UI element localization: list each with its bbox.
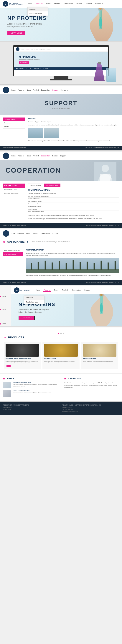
annotation-3: STEP3 xyxy=(0,323,6,324)
nav-about[interactable]: About us xyxy=(35,2,43,5)
dot-1[interactable] xyxy=(58,332,59,334)
coop-sidebar-intl[interactable]: International Trade xyxy=(3,188,25,191)
coop-footer-left: WEBSITE OF OTHER DEPARTMENTS xyxy=(3,225,26,226)
products-title: PRODUCTS xyxy=(8,336,24,339)
support-sidebar-technical[interactable]: Technical Support xyxy=(3,118,25,121)
anav-about[interactable]: About us xyxy=(43,289,51,292)
dot-2[interactable] xyxy=(60,332,62,334)
monitor-base xyxy=(50,79,72,80)
coop-list-item-7: Indian subcontinent markets xyxy=(28,210,119,213)
learn-more-button[interactable]: LEARN MORE xyxy=(8,31,25,35)
svg-point-34 xyxy=(100,303,103,313)
svg-rect-16 xyxy=(38,262,39,270)
coop-person-svg xyxy=(94,162,116,181)
stnav-home[interactable]: Home xyxy=(11,232,15,234)
support-sidebar-service[interactable]: Service xyxy=(3,125,25,128)
anav-support[interactable]: Support xyxy=(84,289,91,292)
divider-2 xyxy=(0,84,122,85)
stnav-product[interactable]: Product xyxy=(33,232,38,234)
nav-parasol[interactable]: Parasol xyxy=(76,2,83,5)
sustain-sidebar-env[interactable]: Environment protection xyxy=(3,249,23,252)
coop-tab-breadcrumb[interactable]: Breadcrumb Nav xyxy=(28,184,43,187)
support-sidebar-resource[interactable]: Resource xyxy=(3,121,25,125)
coop-sidebar: COOPERATION International Trade Domestic… xyxy=(3,184,25,220)
sustain-sidebar-career[interactable]: Meaning/ul Career xyxy=(3,252,23,256)
divider-7 xyxy=(0,373,122,374)
support-person-2 xyxy=(44,128,59,138)
coop-sidebar-domestic[interactable]: Domestic Cooperation xyxy=(3,191,25,195)
support-nav-items: Home About us News Product Cooperation S… xyxy=(11,89,69,91)
snav-about[interactable]: About us xyxy=(18,89,24,91)
news-star-icon: ★ xyxy=(3,377,5,380)
stnav-about[interactable]: About us xyxy=(17,232,24,234)
footer-col-item-01: Product Portal xyxy=(3,409,60,410)
section-support: Home About us News Product Cooperation S… xyxy=(0,86,122,150)
dropdown-menu: About us Production team xyxy=(27,7,48,16)
anav-cooperation[interactable]: Cooperation xyxy=(71,289,81,292)
snav-home[interactable]: Home xyxy=(11,89,16,91)
cnav-parasol[interactable]: Parasol xyxy=(52,155,58,157)
svg-rect-21 xyxy=(73,260,74,270)
nav-contact[interactable]: Contact us xyxy=(95,2,104,5)
cnav-news[interactable]: News xyxy=(27,155,31,157)
footer-col-item-12: Email: info@npprotein.com xyxy=(63,411,119,412)
anav-product[interactable]: Product xyxy=(61,289,69,292)
cnav-home[interactable]: Home xyxy=(11,155,16,157)
screen-nav: Home About us News Product Cooperation S… xyxy=(14,47,108,52)
footer-col-title-0: WEBSITE OF OTHER DEPARTMENTS xyxy=(3,404,60,406)
news-excerpt-0: Lorem ipsum dolor sit amet consectetur a… xyxy=(13,384,58,387)
coop-nav: Home About us News Product Cooperation P… xyxy=(0,152,122,160)
nav-product[interactable]: Product xyxy=(53,2,61,5)
coop-tab-intl[interactable]: International Trade xyxy=(44,184,60,187)
anav-home[interactable]: Home xyxy=(35,289,41,292)
dot-3[interactable] xyxy=(63,332,64,334)
footer-col-0: WEBSITE OF OTHER DEPARTMENTS Nanpuet Por… xyxy=(3,404,60,412)
footer-col-title-1: TIANJIN BAOSHI AGRITECH EXPORT GROUP CO.… xyxy=(63,404,119,406)
cnav-product[interactable]: Product xyxy=(33,155,39,157)
snav-contact[interactable]: Contact us xyxy=(60,89,69,91)
about-header-row: ★ ABOUT US xyxy=(64,377,119,380)
annotated-logo-icon: NP xyxy=(14,288,20,293)
news-header-row: ★ NEWS xyxy=(3,377,58,380)
screen-nav-items: Home About us News Product Cooperation S… xyxy=(21,48,50,50)
stnav-news[interactable]: News xyxy=(26,232,31,234)
nav-cooperation[interactable]: Cooperation xyxy=(63,2,73,5)
nav-support[interactable]: Support xyxy=(85,2,93,5)
cnav-cooperation[interactable]: Cooperation xyxy=(41,155,50,157)
snav-news[interactable]: News xyxy=(27,89,31,91)
snav-product[interactable]: Product xyxy=(33,89,39,91)
annotated-learn-more[interactable]: LEARN MORE xyxy=(19,316,35,320)
cnav-support[interactable]: Support xyxy=(60,155,66,157)
stnav-cooperation[interactable]: Cooperation xyxy=(41,232,50,234)
coop-content: COOPERATION International Trade Domestic… xyxy=(0,181,122,223)
dropdown-item-about[interactable]: About us xyxy=(28,7,48,12)
annotated-hand xyxy=(74,294,122,326)
annotated-dd-about[interactable]: About us xyxy=(24,296,44,300)
section-cooperation: Home About us News Product Cooperation P… xyxy=(0,152,122,228)
footer-col-item-00: Nanpuet Portal xyxy=(3,407,60,408)
coop-list-item-6: African markets xyxy=(28,208,119,210)
sustain-sidebar: Environment protection Meaning/ul Career xyxy=(3,249,23,278)
coop-main: Breadcrumb Nav International Trade INTER… xyxy=(28,184,119,220)
footer-left: WEBSITE OF OTHER DEPARTMENTS xyxy=(3,147,26,148)
coop-footer-right: TIANJIN BAOSHI AGRITECH EXPORT GROUP CO.… xyxy=(85,225,119,226)
nav-news[interactable]: News xyxy=(46,2,51,5)
svg-rect-15 xyxy=(31,263,32,270)
anav-news[interactable]: News xyxy=(53,289,59,292)
snav-support[interactable]: Support xyxy=(52,89,58,91)
snav-cooperation[interactable]: Cooperation xyxy=(41,89,50,91)
annotated-dd-production[interactable]: Production team xyxy=(24,300,44,304)
about-text: After the introduction, our team Nanpuet… xyxy=(64,382,119,388)
beaker-svg xyxy=(106,68,116,82)
coop-list-item-4: European markets xyxy=(28,203,119,205)
annotation-1: STEP1 xyxy=(0,296,6,297)
cnav-about[interactable]: About us xyxy=(18,155,24,157)
support-sidebar: Technical Support Resource Service xyxy=(3,118,25,143)
dropdown-item-production[interactable]: Production team xyxy=(28,12,48,16)
svg-rect-18 xyxy=(51,262,53,270)
news-img-1 xyxy=(3,390,11,396)
support-breadcrumb: Support > Technical Support xyxy=(6,108,116,109)
nav-home[interactable]: Home xyxy=(27,2,33,5)
svg-rect-23 xyxy=(87,262,88,270)
stnav-support[interactable]: Support xyxy=(52,232,58,234)
